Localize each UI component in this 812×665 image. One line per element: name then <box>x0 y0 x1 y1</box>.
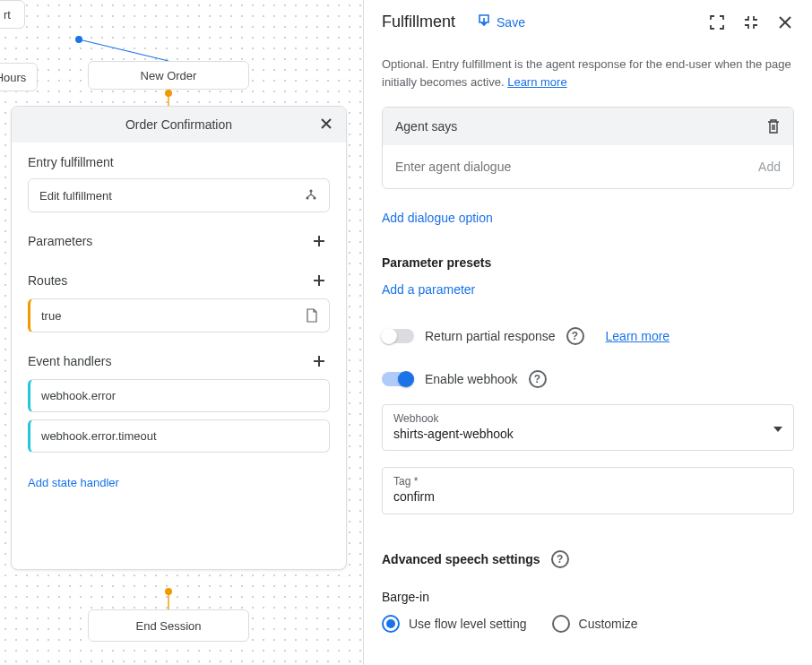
flow-canvas[interactable]: rt Hours New Order Order Confirmation En… <box>0 0 363 665</box>
parameter-presets-heading: Parameter presets <box>382 255 794 270</box>
collapse-button[interactable] <box>742 13 760 31</box>
event-handler-item[interactable]: webhook.error <box>28 379 330 412</box>
radio-icon <box>382 615 400 633</box>
collapse-icon <box>744 15 758 30</box>
event-handler-label: webhook.error.timeout <box>41 429 157 443</box>
close-icon <box>778 15 792 30</box>
route-item[interactable]: true <box>28 298 330 332</box>
node-label: End Session <box>136 619 202 633</box>
event-handler-label: webhook.error <box>41 389 116 402</box>
node-start[interactable]: rt <box>0 0 25 29</box>
routes-heading: Routes <box>28 273 67 288</box>
radio-label: Use flow level setting <box>409 617 527 631</box>
fulfillment-icon <box>304 188 318 203</box>
close-pane-button[interactable] <box>776 13 794 31</box>
tag-field[interactable]: Tag * <box>382 467 794 514</box>
save-icon <box>477 13 491 30</box>
edit-fulfillment-label: Edit fulfillment <box>39 189 112 203</box>
parameters-heading: Parameters <box>28 234 92 248</box>
node-new-order[interactable]: New Order <box>88 61 249 90</box>
webhook-field-label: Webhook <box>393 412 782 425</box>
fullscreen-button[interactable] <box>708 13 726 31</box>
page-icon <box>306 308 318 323</box>
return-partial-response-toggle[interactable] <box>382 329 414 343</box>
node-label: Hours <box>0 71 26 84</box>
connector-dot <box>75 36 82 43</box>
help-button[interactable]: ? <box>551 550 569 568</box>
fulfillment-description: Optional. Entry fulfillment is the agent… <box>382 56 794 91</box>
radio-icon <box>552 615 570 633</box>
advanced-speech-heading: Advanced speech settings <box>382 552 540 566</box>
tag-field-label: Tag * <box>393 475 782 488</box>
learn-more-link[interactable]: Learn more <box>507 75 566 89</box>
node-label: New Order <box>141 69 197 82</box>
route-label: true <box>41 309 61 323</box>
trash-icon <box>766 118 781 134</box>
help-button[interactable]: ? <box>529 370 547 388</box>
node-label: rt <box>4 8 11 22</box>
node-end-session[interactable]: End Session <box>88 609 249 642</box>
connector-dot <box>165 588 172 595</box>
save-button[interactable]: Save <box>477 13 525 30</box>
fullscreen-icon <box>710 15 724 30</box>
radio-customize[interactable]: Customize <box>552 615 638 633</box>
event-handler-item[interactable]: webhook.error.timeout <box>28 419 330 453</box>
webhook-select[interactable]: Webhook shirts-agent-webhook <box>382 404 794 451</box>
node-hours[interactable]: Hours <box>0 63 38 91</box>
plus-icon <box>311 233 327 249</box>
webhook-value: shirts-agent-webhook <box>393 427 782 441</box>
enable-webhook-label: Enable webhook <box>425 372 518 386</box>
agent-says-label: Agent says <box>395 119 457 134</box>
edit-fulfillment-card[interactable]: Edit fulfillment <box>28 178 330 212</box>
description-text: Optional. Entry fulfillment is the agent… <box>382 57 791 89</box>
tag-input[interactable] <box>393 489 782 504</box>
agent-says-box: Agent says Add <box>382 107 794 189</box>
plus-icon <box>311 272 327 289</box>
barge-in-heading: Barge-in <box>382 590 794 604</box>
panel-body: Entry fulfillment Edit fulfillment Param… <box>12 142 346 569</box>
panel-header: Order Confirmation <box>12 107 346 142</box>
enable-webhook-toggle[interactable] <box>382 372 414 386</box>
dropdown-icon <box>773 419 782 436</box>
add-event-handler-button[interactable] <box>308 350 330 372</box>
add-parameter-link[interactable]: Add a parameter <box>382 282 794 297</box>
page-panel-order-confirmation: Order Confirmation Entry fulfillment Edi… <box>11 106 347 570</box>
return-partial-response-label: Return partial response <box>425 329 556 343</box>
entry-fulfillment-heading: Entry fulfillment <box>28 155 330 169</box>
close-button[interactable] <box>315 114 337 135</box>
add-parameter-button[interactable] <box>308 230 330 252</box>
connector-dot <box>165 90 172 97</box>
fulfillment-pane: Fulfillment Save <box>363 0 812 665</box>
add-state-handler-link[interactable]: Add state handler <box>28 476 119 489</box>
add-route-button[interactable] <box>308 270 330 291</box>
plus-icon <box>311 353 327 369</box>
delete-agent-says-button[interactable] <box>766 118 781 134</box>
help-button[interactable]: ? <box>566 327 584 345</box>
panel-title: Order Confirmation <box>125 117 232 132</box>
save-label: Save <box>497 15 525 30</box>
learn-more-link[interactable]: Learn more <box>606 329 670 343</box>
fulfillment-header: Fulfillment Save <box>364 0 812 45</box>
close-icon <box>319 117 333 134</box>
add-dialogue-option-link[interactable]: Add dialogue option <box>382 211 794 225</box>
fulfillment-title: Fulfillment <box>382 13 455 31</box>
agent-dialogue-input[interactable] <box>395 160 747 174</box>
add-dialogue-button[interactable]: Add <box>758 160 781 174</box>
radio-label: Customize <box>579 617 638 631</box>
radio-flow-level[interactable]: Use flow level setting <box>382 615 527 633</box>
event-handlers-heading: Event handlers <box>28 354 111 368</box>
